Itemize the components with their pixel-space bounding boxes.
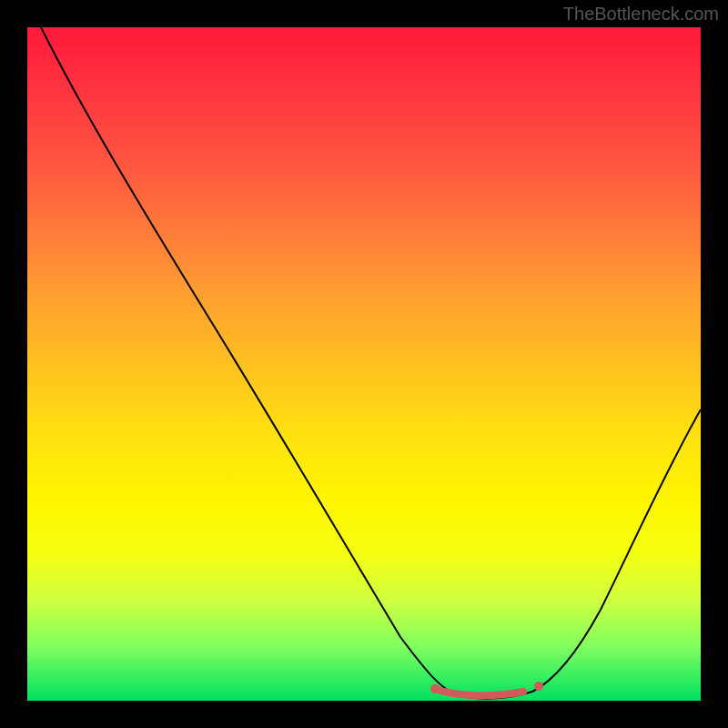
optimal-start-dot bbox=[430, 684, 440, 693]
optimal-range-marker bbox=[435, 689, 523, 695]
optimal-end-dot bbox=[534, 682, 543, 691]
chart-svg bbox=[27, 27, 701, 701]
chart-plot-area bbox=[27, 27, 701, 701]
bottleneck-curve-line bbox=[41, 27, 701, 699]
watermark-text: TheBottleneck.com bbox=[563, 4, 719, 25]
